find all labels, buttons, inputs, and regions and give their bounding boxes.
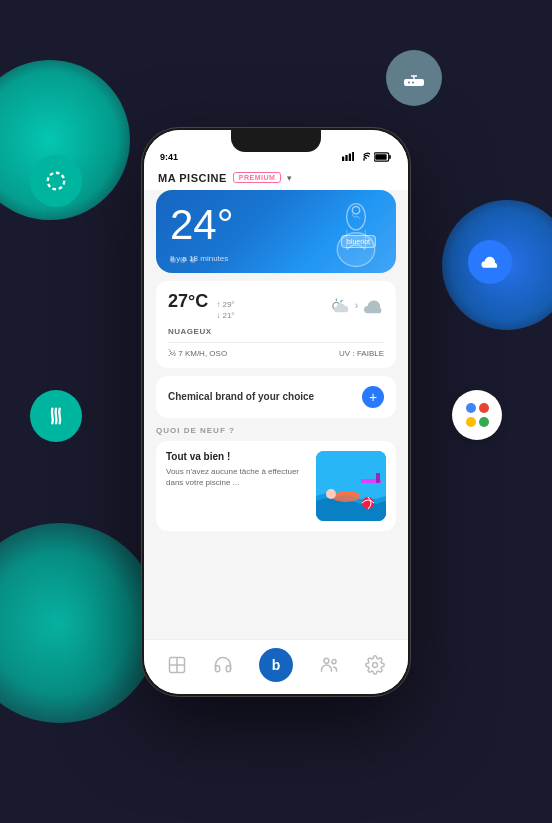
- nav-settings[interactable]: [365, 655, 385, 675]
- arrow-icon: ›: [355, 300, 358, 311]
- news-card[interactable]: Tout va bien ! Vous n'avez aucune tâche …: [156, 441, 396, 531]
- svg-point-27: [326, 489, 336, 499]
- svg-point-3: [412, 82, 414, 84]
- google-assistant-icon[interactable]: [452, 390, 502, 440]
- router-icon[interactable]: [386, 50, 442, 106]
- app-header: MA PISCINE PREMIUM ▾: [144, 166, 408, 190]
- decorative-dots: [168, 255, 218, 265]
- svg-point-28: [362, 497, 374, 509]
- bg-circle-teal-bottom: [0, 523, 160, 723]
- svg-line-21: [340, 300, 341, 301]
- svg-point-10: [363, 159, 365, 161]
- svg-rect-12: [375, 154, 386, 160]
- weather-low: ↓ 21°: [216, 310, 234, 321]
- wifi-icon: [358, 152, 370, 161]
- chemical-brand-row[interactable]: Chemical brand of your choice +: [156, 376, 396, 418]
- chemical-add-button[interactable]: +: [362, 386, 384, 408]
- news-headline: Tout va bien !: [166, 451, 308, 462]
- status-time: 9:41: [160, 152, 178, 162]
- loader-icon: [30, 155, 82, 207]
- chevron-down-icon[interactable]: ▾: [287, 173, 292, 183]
- news-section: QUOI DE NEUF ? Tout va bien ! Vous n'ave…: [156, 426, 396, 531]
- pool-icon: [167, 655, 187, 675]
- weather-wind-row: 🌬 7 KM/H, OSO UV : FAIBLE: [168, 349, 384, 358]
- cloud-sun-icon: [329, 297, 351, 315]
- steam-icon: [30, 390, 82, 442]
- blueriot-label: blueriot: [341, 235, 376, 248]
- headset-icon: [213, 655, 233, 675]
- google-dots: [464, 402, 490, 428]
- svg-point-18: [190, 257, 196, 263]
- svg-rect-8: [349, 154, 351, 162]
- nav-home[interactable]: b: [259, 648, 293, 682]
- weather-section: 27°C ↑ 29° ↓ 21° ›: [156, 281, 396, 368]
- svg-rect-7: [345, 155, 347, 161]
- cloud-icon[interactable]: [468, 240, 512, 284]
- news-content: Tout va bien ! Vous n'avez aucune tâche …: [166, 451, 308, 521]
- battery-icon: [374, 152, 392, 162]
- weather-high: ↑ 29°: [216, 299, 234, 310]
- cloud-icon-weather: [362, 297, 384, 315]
- status-icons: [342, 152, 392, 162]
- premium-badge: PREMIUM: [233, 172, 282, 183]
- news-section-title: QUOI DE NEUF ?: [156, 426, 396, 435]
- app-title: MA PISCINE: [158, 172, 227, 184]
- phone-notch: [231, 130, 321, 152]
- uv-info: UV : FAIBLE: [339, 349, 384, 358]
- weather-divider: [168, 342, 384, 343]
- settings-icon: [365, 655, 385, 675]
- home-active-button[interactable]: b: [259, 648, 293, 682]
- news-body: Vous n'avez aucune tâche à effectuer dan…: [166, 466, 308, 488]
- svg-rect-9: [352, 152, 354, 161]
- temperature-card: 24° Il y a 18 minutes blueriot: [156, 190, 396, 273]
- chemical-brand-label: Chemical brand of your choice: [168, 391, 314, 402]
- svg-point-2: [408, 82, 410, 84]
- bottom-navigation: b: [144, 639, 408, 694]
- wind-info: 🌬 7 KM/H, OSO: [168, 349, 227, 358]
- nav-support[interactable]: [213, 655, 233, 675]
- svg-rect-6: [342, 157, 344, 162]
- news-image-svg: [316, 451, 386, 521]
- people-icon: [319, 655, 339, 675]
- svg-point-0: [48, 173, 65, 190]
- svg-point-17: [180, 257, 186, 263]
- weather-temperature: 27°C: [168, 291, 208, 312]
- weather-description: NUAGEUX: [168, 327, 384, 336]
- svg-point-33: [332, 659, 336, 663]
- svg-point-15: [352, 206, 360, 214]
- nav-people[interactable]: [319, 655, 339, 675]
- nav-pool[interactable]: [167, 655, 187, 675]
- svg-rect-25: [376, 473, 380, 483]
- svg-point-16: [170, 257, 176, 263]
- phone-frame: 9:41: [141, 127, 411, 697]
- phone-screen: 9:41: [144, 130, 408, 694]
- svg-point-32: [324, 658, 329, 663]
- weather-icons: ›: [329, 297, 384, 315]
- news-illustration: [316, 451, 386, 521]
- signal-icon: [342, 152, 354, 161]
- svg-point-34: [373, 662, 378, 667]
